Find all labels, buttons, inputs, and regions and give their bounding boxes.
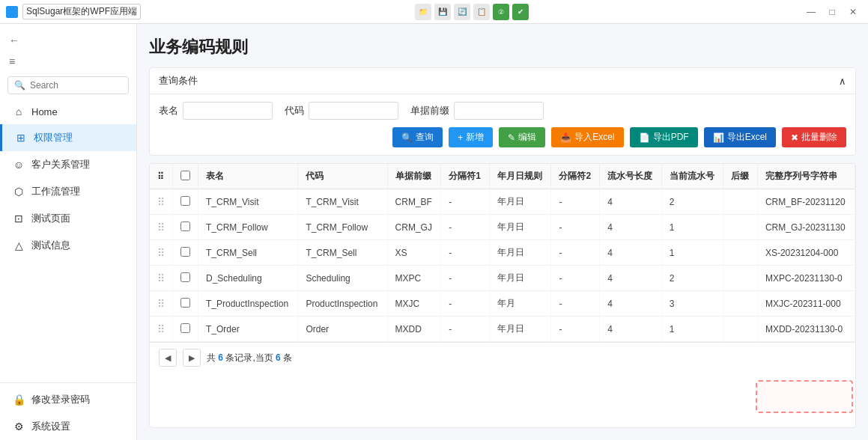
- row-checkbox[interactable]: [180, 272, 190, 282]
- toolbar-icon-2[interactable]: 💾: [434, 4, 451, 20]
- total-label: 共: [207, 352, 216, 363]
- sep2-cell: -: [551, 189, 600, 215]
- prefix-cell: MXPC: [387, 266, 441, 291]
- prefix-cell: MXDD: [387, 317, 441, 342]
- sidebar-item-crm-label: 客户关系管理: [31, 158, 90, 171]
- row-checkbox[interactable]: [180, 298, 190, 308]
- select-all-checkbox[interactable]: [180, 171, 190, 180]
- close-button[interactable]: ✕: [844, 4, 862, 19]
- col-seqlen-header: 流水号长度: [600, 164, 661, 189]
- toolbar-icon-6[interactable]: ✔: [512, 4, 529, 20]
- export-pdf-button[interactable]: 📄 导出PDF: [630, 127, 698, 147]
- footer-left: ◀ ▶ 共 6 条记录,当页 6 条: [159, 349, 292, 367]
- row-checkbox[interactable]: [180, 221, 190, 231]
- tablename-cell: D_Scheduling: [198, 266, 298, 291]
- query-panel-header[interactable]: 查询条件 ∧: [150, 68, 855, 94]
- suffix-cell: [723, 266, 758, 291]
- page-title: 业务编码规则: [149, 36, 856, 58]
- row-checkbox[interactable]: [180, 247, 190, 257]
- export-excel-button[interactable]: 📊 导出Excel: [704, 127, 776, 147]
- tablename-cell: T_CRM_Sell: [198, 240, 298, 266]
- drag-icon[interactable]: ⠿: [157, 272, 165, 284]
- query-panel-title: 查询条件: [159, 74, 198, 88]
- export-pdf-label: 导出PDF: [653, 131, 689, 144]
- sidebar-item-home[interactable]: ⌂ Home: [0, 99, 136, 124]
- next-page-button[interactable]: ▶: [183, 349, 201, 367]
- sep2-cell: -: [551, 291, 600, 317]
- toolbar-icon-1[interactable]: 📁: [415, 4, 431, 20]
- table-row: ⠿ T_Order Order MXDD - 年月日 - 4 1 MXDD-20…: [150, 317, 855, 342]
- import-excel-button[interactable]: 📥 导入Excel: [551, 127, 623, 147]
- data-table: ⠿ 表名 代码 单据前缀 分隔符1 年月日规则 分隔符2 流水号长度 当前流水号…: [150, 164, 855, 342]
- drag-icon[interactable]: ⠿: [157, 196, 165, 208]
- suffix-cell: [723, 291, 758, 317]
- drag-icon[interactable]: ⠿: [157, 323, 165, 335]
- drag-icon[interactable]: ⠿: [157, 221, 165, 233]
- sidebar-item-testinfo[interactable]: △ 测试信息: [0, 232, 136, 259]
- sidebar-item-crm[interactable]: ☺ 客户关系管理: [0, 151, 136, 178]
- minimize-button[interactable]: —: [802, 4, 820, 19]
- search-input[interactable]: [30, 80, 122, 91]
- drag-cell: ⠿: [150, 240, 173, 266]
- query-fields-row: 表名 代码 单据前缀: [159, 102, 846, 120]
- tablename-input[interactable]: [183, 102, 273, 120]
- seqlen-cell: 4: [600, 240, 661, 266]
- check-cell: [173, 317, 198, 342]
- tablename-cell: T_CRM_Follow: [198, 215, 298, 240]
- hamburger-button[interactable]: ≡: [0, 51, 136, 72]
- batch-delete-button[interactable]: ✖ 批量删除: [782, 127, 846, 147]
- edit-button[interactable]: ✎ 编辑: [499, 127, 545, 147]
- prefix-input[interactable]: [454, 102, 544, 120]
- title-bar-toolbar: 📁 💾 🔄 📋 ② ✔: [415, 4, 529, 20]
- back-button[interactable]: ←: [0, 30, 136, 51]
- col-suffix-header: 后缀: [723, 164, 758, 189]
- query-panel: 查询条件 ∧ 表名 代码 单据前缀: [149, 67, 856, 156]
- query-label: 查询: [416, 131, 434, 144]
- fullseq-cell: CRM_BF-20231120: [757, 189, 855, 215]
- drag-icon[interactable]: ⠿: [157, 298, 165, 310]
- sidebar-item-auth[interactable]: ⊞ 权限管理: [0, 124, 136, 151]
- code-cell: T_CRM_Follow: [298, 215, 387, 240]
- title-bar-left: SqlSugar框架的WPF应用端: [6, 4, 141, 19]
- app-title: SqlSugar框架的WPF应用端: [22, 4, 141, 19]
- sidebar-item-changepass-label: 修改登录密码: [31, 393, 90, 406]
- batch-delete-label: 批量删除: [801, 131, 837, 144]
- sidebar-item-testpage[interactable]: ⊡ 测试页面: [0, 205, 136, 232]
- row-checkbox[interactable]: [180, 323, 190, 333]
- row-checkbox[interactable]: [180, 196, 190, 206]
- sidebar-item-auth-label: 权限管理: [34, 131, 73, 144]
- col-tablename-header: 表名: [198, 164, 298, 189]
- toolbar-icon-5[interactable]: ②: [493, 4, 509, 20]
- new-button[interactable]: + 新增: [449, 127, 493, 147]
- suffix-cell: [723, 215, 758, 240]
- sidebar-item-changepass[interactable]: 🔒 修改登录密码: [0, 386, 136, 413]
- table-row: ⠿ T_ProductInspection ProductInspection …: [150, 291, 855, 317]
- new-icon: +: [458, 132, 463, 143]
- sidebar-bottom: 🔒 修改登录密码 ⚙ 系统设置: [0, 382, 136, 440]
- table-footer: ◀ ▶ 共 6 条记录,当页 6 条: [150, 342, 855, 373]
- maximize-button[interactable]: □: [823, 4, 841, 19]
- currentseq-cell: 2: [661, 189, 723, 215]
- table-row: ⠿ T_CRM_Sell T_CRM_Sell XS - 年月日 - 4 1 X…: [150, 240, 855, 266]
- sep1-cell: -: [441, 317, 490, 342]
- sidebar-item-workflow[interactable]: ⬡ 工作流管理: [0, 178, 136, 205]
- prev-page-button[interactable]: ◀: [159, 349, 177, 367]
- sep2-cell: -: [551, 266, 600, 291]
- suffix-cell: [723, 240, 758, 266]
- search-box[interactable]: 🔍: [7, 76, 129, 94]
- perpage-label: 条记录,当页: [225, 352, 273, 363]
- query-button[interactable]: 🔍 查询: [392, 127, 443, 147]
- sidebar-item-settings[interactable]: ⚙ 系统设置: [0, 413, 136, 440]
- prefix-cell: XS: [387, 240, 441, 266]
- toolbar-icon-3[interactable]: 🔄: [454, 4, 470, 20]
- window-controls: — □ ✕: [802, 4, 862, 19]
- page-count: 6: [276, 352, 281, 363]
- toolbar-icon-4[interactable]: 📋: [473, 4, 490, 20]
- export-pdf-icon: 📄: [639, 132, 650, 143]
- drag-icon[interactable]: ⠿: [157, 247, 165, 259]
- code-cell: Scheduling: [298, 266, 387, 291]
- export-excel-icon: 📊: [713, 132, 724, 143]
- code-input[interactable]: [309, 102, 398, 120]
- sidebar-item-testinfo-label: 测试信息: [31, 239, 70, 252]
- sep1-cell: -: [441, 189, 490, 215]
